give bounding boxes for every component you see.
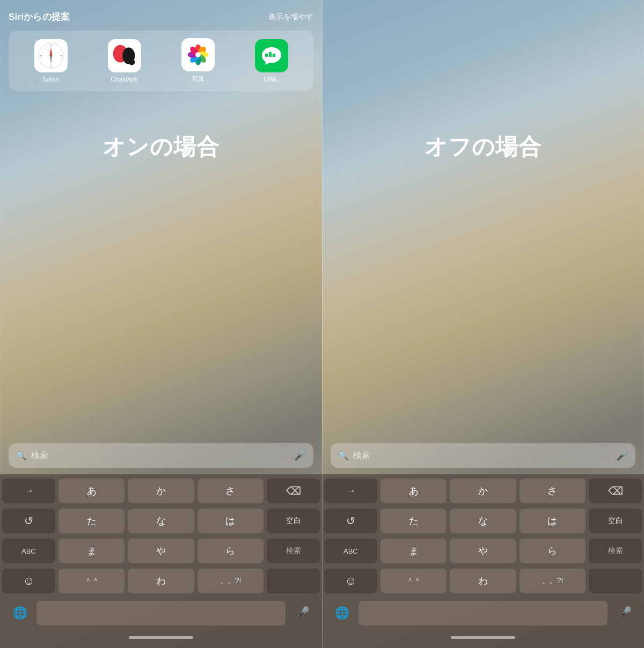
right-key-undo[interactable]: ↺ (324, 509, 377, 533)
right-key-ra[interactable]: ら (519, 539, 586, 563)
right-mic-icon[interactable]: 🎤 (616, 450, 628, 461)
chatwork-label: Chatwork (111, 76, 138, 83)
right-home-indicator (322, 630, 644, 648)
photos-label: 写真 (192, 75, 204, 84)
key-ka[interactable]: か (128, 478, 194, 503)
right-search-placeholder: 検索 (353, 450, 612, 461)
key-abc[interactable]: ABC (2, 539, 55, 563)
line-label: LINE (264, 76, 279, 83)
svg-rect-28 (265, 54, 275, 55)
line-icon (255, 39, 288, 72)
key-ta[interactable]: た (58, 509, 125, 533)
right-search-area: 🔍 検索 🎤 (322, 443, 644, 474)
key-emoji[interactable]: ☺ (2, 569, 55, 593)
search-icon: 🔍 (16, 451, 27, 461)
right-key-arrow[interactable]: → (324, 478, 377, 503)
key-ha[interactable]: は (197, 509, 264, 533)
mic-key[interactable]: 🎤 (290, 601, 314, 625)
svg-point-10 (50, 55, 52, 56)
left-panel: Siriからの提案 表示を増やす (0, 0, 322, 648)
key-empty (267, 569, 320, 593)
key-caret[interactable]: ＾＾ (58, 569, 125, 593)
right-key-search[interactable]: 検索 (589, 539, 642, 563)
siri-apps-container: Safari Cha (9, 31, 313, 91)
right-keyboard-bottom-row: 🌐 🎤 (324, 599, 642, 630)
key-search[interactable]: 検索 (267, 539, 320, 563)
left-keyboard: → あ か さ ⌫ ↺ た な は 空白 ABC ま や ら 検索 (0, 474, 322, 630)
key-na[interactable]: な (128, 509, 194, 533)
right-main-text-area: オフの場合 (322, 100, 644, 443)
right-search-icon: 🔍 (338, 451, 349, 461)
right-key-emoji[interactable]: ☺ (324, 569, 377, 593)
keyboard-row-2: ↺ た な は 空白 (2, 509, 320, 533)
right-key-sa[interactable]: さ (519, 478, 586, 503)
left-home-indicator (0, 630, 322, 648)
right-key-a[interactable]: あ (380, 478, 447, 503)
mic-icon[interactable]: 🎤 (294, 450, 306, 461)
siri-suggestions-section: Siriからの提案 表示を増やす (0, 0, 322, 100)
left-search-placeholder: 検索 (31, 450, 290, 461)
keyboard-row-1: → あ か さ ⌫ (2, 478, 320, 503)
left-search-area: 🔍 検索 🎤 (0, 443, 322, 474)
right-key-abc[interactable]: ABC (324, 539, 377, 563)
chatwork-icon (108, 39, 141, 72)
keyboard-row-3: ABC ま や ら 検索 (2, 539, 320, 563)
siri-title: Siriからの提案 (9, 11, 70, 23)
key-ya[interactable]: や (128, 539, 194, 563)
right-search-bar[interactable]: 🔍 検索 🎤 (331, 443, 635, 468)
right-key-ma[interactable]: ま (380, 539, 447, 563)
key-undo[interactable]: ↺ (2, 509, 55, 533)
app-safari[interactable]: Safari (34, 39, 68, 83)
siri-more-button[interactable]: 表示を増やす (268, 12, 313, 22)
right-key-empty (589, 569, 642, 593)
right-keyboard-row-2: ↺ た な は 空白 (324, 509, 642, 533)
key-arrow[interactable]: → (2, 478, 55, 503)
svg-point-14 (128, 58, 135, 65)
right-key-punct[interactable]: 、。?! (519, 569, 586, 593)
right-key-caret[interactable]: ＾＾ (380, 569, 447, 593)
app-photos[interactable]: 写真 (181, 38, 215, 84)
right-key-ta[interactable]: た (380, 509, 447, 533)
right-key-delete[interactable]: ⌫ (589, 478, 642, 503)
right-key-ya[interactable]: や (450, 539, 516, 563)
right-mic-key[interactable]: 🎤 (612, 601, 636, 625)
right-keyboard-row-3: ABC ま や ら 検索 (324, 539, 642, 563)
key-space[interactable]: 空白 (267, 509, 320, 533)
key-ma[interactable]: ま (58, 539, 125, 563)
left-status-text: オンの場合 (103, 132, 219, 162)
photos-icon (181, 38, 215, 71)
app-line[interactable]: LINE (255, 39, 288, 83)
left-main-text-area: オンの場合 (0, 100, 322, 443)
right-key-ha[interactable]: は (519, 509, 586, 533)
right-globe-key[interactable]: 🌐 (330, 601, 354, 625)
key-delete[interactable]: ⌫ (267, 478, 320, 503)
right-key-ka[interactable]: か (450, 478, 516, 503)
right-status-text: オフの場合 (425, 132, 541, 162)
right-key-space[interactable]: 空白 (589, 509, 642, 533)
right-key-wa[interactable]: わ (450, 569, 516, 593)
right-panel: Siriからの提案 表示を増やす Safari Chatwork 写真 LINE… (322, 0, 644, 648)
key-wa[interactable]: わ (128, 569, 194, 593)
keyboard-row-4: ☺ ＾＾ わ 、。?! (2, 569, 320, 593)
left-search-bar[interactable]: 🔍 検索 🎤 (9, 443, 313, 468)
key-ra[interactable]: ら (197, 539, 264, 563)
safari-label: Safari (42, 76, 59, 83)
key-a[interactable]: あ (58, 478, 125, 503)
svg-point-24 (195, 52, 201, 57)
key-sa[interactable]: さ (197, 478, 264, 503)
right-space-key[interactable] (358, 601, 608, 625)
key-punct[interactable]: 、。?! (197, 569, 264, 593)
keyboard-bottom-row: 🌐 🎤 (2, 599, 320, 630)
right-keyboard-row-4: ☺ ＾＾ わ 、。?! (324, 569, 642, 593)
space-key[interactable] (36, 601, 286, 625)
safari-icon (34, 39, 68, 72)
app-chatwork[interactable]: Chatwork (108, 39, 141, 83)
right-keyboard-row-1: → あ か さ ⌫ (324, 478, 642, 503)
globe-key[interactable]: 🌐 (8, 601, 32, 625)
panel-divider (322, 0, 323, 648)
home-bar (129, 636, 193, 639)
right-keyboard: → あ か さ ⌫ ↺ た な は 空白 ABC ま や ら 検索 (322, 474, 644, 630)
right-home-bar (451, 636, 515, 639)
right-key-na[interactable]: な (450, 509, 516, 533)
